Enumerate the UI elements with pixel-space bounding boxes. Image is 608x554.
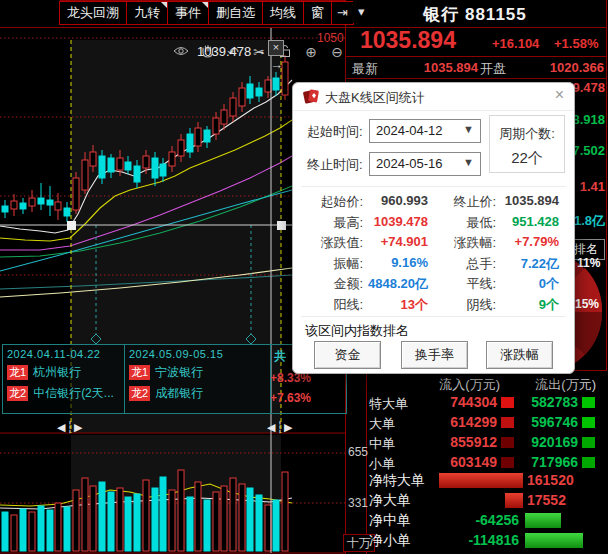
pie-label-2: 15% — [575, 297, 599, 311]
flow-out-value: 920169 — [508, 434, 578, 450]
volume-bar-up — [213, 492, 219, 551]
volume-bar-down — [108, 492, 114, 551]
stat-label: 最低: — [438, 214, 496, 232]
stat-value: 960.993 — [365, 193, 428, 208]
candle-up — [169, 152, 175, 166]
flow-row-label: 特大单 — [369, 395, 408, 413]
dialog-titlebar[interactable]: 大盘K线区间统计 × — [293, 83, 574, 111]
end-date-select[interactable]: 2024-05-16 ▼ — [369, 152, 481, 176]
stat-label: 涨跌幅: — [438, 234, 496, 252]
volume-bar-up — [230, 478, 236, 551]
leader-badge: 龙2 — [7, 386, 28, 401]
candle-up — [239, 88, 245, 106]
stat-label: 阳线: — [301, 296, 363, 314]
candle-up — [55, 202, 61, 210]
stat-label: 终止价: — [438, 193, 496, 211]
quote-strip-value-1: 9.478 — [572, 80, 605, 95]
candle-down — [64, 208, 70, 216]
leader-name: 成都银行 — [155, 385, 203, 402]
candle-down — [2, 206, 8, 212]
zoom-in-icon[interactable]: ⊕ — [302, 44, 320, 60]
net-flow-value: 161520 — [527, 472, 587, 488]
quote-strip-value-2: 8.918 — [572, 112, 605, 127]
stat-label: 振幅: — [301, 255, 363, 273]
volume-bar-down — [152, 488, 158, 551]
axis-top-price: 1050 — [317, 31, 344, 45]
volume-bar-up — [195, 482, 201, 551]
toolbar-item-5[interactable]: 均线 — [262, 1, 304, 25]
fragment-gong: 共 — [274, 348, 286, 365]
net-flow-bar-neg — [525, 513, 561, 528]
volume-bar-down — [187, 497, 193, 551]
pan-right-handle[interactable]: ◀┆▶ — [267, 421, 294, 434]
selection-handle[interactable] — [67, 221, 76, 230]
volume-bar-up — [29, 512, 35, 551]
dialog-close-icon[interactable]: × — [555, 87, 564, 103]
leader-badge: 龙1 — [129, 365, 150, 380]
flow-row-label: 大单 — [369, 415, 395, 433]
toolbar-next-icon[interactable]: ⇥ — [331, 1, 354, 25]
dialog-title: 大盘K线区间统计 — [325, 89, 425, 107]
volume-bar-down — [20, 509, 26, 551]
toolbar-item-1[interactable]: 龙头回溯 — [59, 1, 127, 25]
stat-label: 最高: — [301, 214, 363, 232]
candle-down — [38, 198, 44, 204]
stat-value: 9个 — [498, 296, 559, 314]
quote-strip-value-4: 1.41 — [580, 179, 605, 194]
candle-up — [11, 201, 17, 209]
stat-label: 平线: — [438, 275, 496, 293]
toolbar-item-3[interactable]: 事件 — [167, 1, 209, 25]
dialog-button-1[interactable]: 资金 — [314, 341, 381, 369]
flow-in-value: 603149 — [427, 454, 497, 470]
candle-down — [99, 156, 105, 178]
selection-handle[interactable] — [277, 221, 286, 230]
candle-down — [204, 130, 210, 142]
candle-up — [117, 158, 123, 170]
flow-row-label: 小单 — [369, 455, 395, 473]
net-flow-bar-pos — [505, 493, 523, 508]
volume-bar-up — [239, 484, 245, 551]
stat-value: +74.901 — [365, 234, 428, 249]
stat-value: +7.79% — [498, 234, 559, 249]
volume-bar-down — [247, 488, 253, 551]
price-tag-arrow: → — [253, 43, 266, 58]
volume-bar-down — [204, 500, 210, 551]
stat-label: 阴线: — [438, 296, 496, 314]
start-time-label: 起始时间: — [307, 123, 363, 141]
toolbar-caret-icon[interactable]: ▾ — [353, 1, 370, 23]
stat-value: 1035.894 — [498, 193, 559, 208]
pie-label-1: 11% — [577, 256, 600, 270]
dialog-separator — [301, 186, 566, 187]
toolbar-item-4[interactable]: 删自选 — [208, 1, 263, 25]
period-count-label: 周期个数: — [490, 125, 564, 143]
candle-up — [265, 80, 271, 92]
close-selection-icon[interactable]: × — [268, 40, 284, 56]
pan-left-handle[interactable]: ◀┆▶ — [57, 421, 84, 434]
outflow-header: 流出(万元) — [516, 376, 596, 394]
candle-up — [82, 160, 88, 190]
interval-stats-dialog: 大盘K线区间统计 × 起始时间: 2024-04-12 ▼ 终止时间: 2024… — [292, 82, 575, 374]
volume-bar-down — [256, 495, 262, 551]
toolbar-item-6[interactable]: 窗 — [303, 1, 332, 25]
net-flow-value: -114816 — [449, 532, 519, 548]
net-flow-label: 净中单 — [369, 512, 411, 530]
toolbar: 龙头回溯九转事件删自选均线窗⇥▾ — [60, 1, 369, 25]
net-flow-value: 17552 — [527, 492, 587, 508]
stat-value: 13个 — [365, 296, 428, 314]
stat-value: 0个 — [498, 275, 559, 293]
volume-bar-down — [160, 477, 166, 551]
start-date-select[interactable]: 2024-04-12 ▼ — [369, 119, 481, 143]
zoom-out-icon[interactable]: ⊖ — [328, 44, 346, 60]
stat-label: 金额: — [301, 275, 363, 293]
net-flow-bar-pos — [439, 473, 523, 488]
volume-bar-up — [117, 488, 123, 551]
dialog-button-2[interactable]: 换手率 — [401, 341, 468, 369]
candle-down — [134, 166, 140, 182]
eye-icon[interactable] — [172, 44, 190, 60]
flow-row-label: 中单 — [369, 435, 395, 453]
toolbar-item-2[interactable]: 九转 — [126, 1, 168, 25]
candle-up — [73, 178, 79, 210]
dialog-button-3[interactable]: 涨跌幅 — [486, 341, 553, 369]
leader-box-title: 2024.05.09-05.15 — [129, 348, 270, 360]
volume-bar-up — [178, 470, 184, 551]
